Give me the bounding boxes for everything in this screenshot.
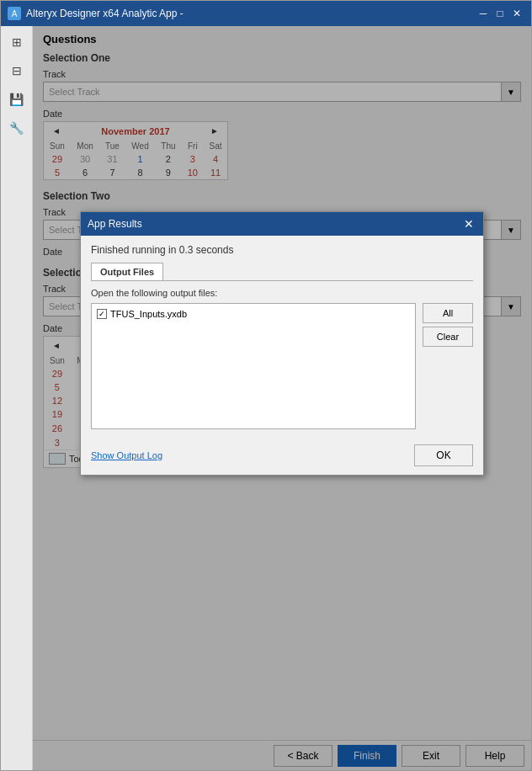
show-output-log-link[interactable]: Show Output Log xyxy=(91,450,162,460)
title-bar-controls: ─ □ ✕ xyxy=(476,6,524,21)
modal-title: App Results xyxy=(88,218,142,230)
modal-overlay: App Results ✕ Finished running in 0.3 se… xyxy=(33,26,531,770)
modal-footer: Show Output Log OK xyxy=(81,438,483,475)
maximize-button[interactable]: □ xyxy=(492,6,508,21)
modal-body: Finished running in 0.3 seconds Output F… xyxy=(81,236,483,438)
title-bar: A Alteryx Designer x64 Analytic App - ─ … xyxy=(1,1,531,26)
clear-button[interactable]: Clear xyxy=(423,327,473,347)
minimize-button[interactable]: ─ xyxy=(476,6,491,21)
modal-file-buttons: All Clear xyxy=(423,303,473,429)
modal-ok-button[interactable]: OK xyxy=(414,444,473,466)
app-icon: A xyxy=(8,7,21,20)
modal-status: Finished running in 0.3 seconds xyxy=(91,244,473,256)
sidebar: ⊞ ⊟ 💾 🔧 xyxy=(1,26,33,770)
modal-files-label: Open the following output files: xyxy=(91,288,473,298)
file-name: TFUS_Inputs.yxdb xyxy=(110,309,187,319)
file-checkbox[interactable]: ✓ xyxy=(97,309,107,319)
modal-titlebar: App Results ✕ xyxy=(81,212,483,236)
modal-tab-bar: Output Files xyxy=(91,263,473,281)
window-title: Alteryx Designer x64 Analytic App - xyxy=(26,8,184,19)
right-panel: Questions Selection One Track Select Tra… xyxy=(33,26,531,770)
app-results-modal: App Results ✕ Finished running in 0.3 se… xyxy=(80,211,484,476)
modal-close-button[interactable]: ✕ xyxy=(461,216,476,231)
main-content: ⊞ ⊟ 💾 🔧 Questions Selection One Track Se… xyxy=(1,26,531,770)
close-button[interactable]: ✕ xyxy=(509,6,524,21)
all-button[interactable]: All xyxy=(423,303,473,323)
sidebar-icon-grid[interactable]: ⊞ xyxy=(4,29,29,55)
modal-file-list: ✓ TFUS_Inputs.yxdb xyxy=(91,303,416,429)
title-bar-left: A Alteryx Designer x64 Analytic App - xyxy=(8,7,184,20)
main-window: A Alteryx Designer x64 Analytic App - ─ … xyxy=(0,0,532,771)
sidebar-icon-save[interactable]: 💾 xyxy=(4,87,29,112)
sidebar-icon-tools[interactable]: 🔧 xyxy=(4,115,29,141)
sidebar-icon-minus[interactable]: ⊟ xyxy=(4,58,29,83)
list-item[interactable]: ✓ TFUS_Inputs.yxdb xyxy=(95,307,412,321)
modal-files-area: ✓ TFUS_Inputs.yxdb All Clear xyxy=(91,303,473,429)
output-files-tab[interactable]: Output Files xyxy=(91,263,163,280)
